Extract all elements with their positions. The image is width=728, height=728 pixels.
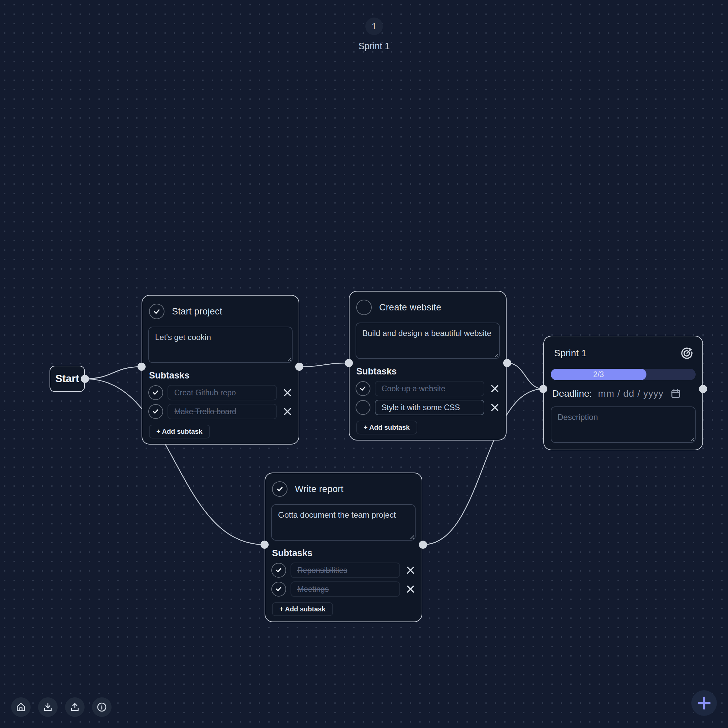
subtask-checkbox[interactable] — [148, 404, 163, 419]
check-icon — [275, 585, 283, 593]
task-complete-checkbox[interactable] — [356, 300, 372, 315]
subtask-input[interactable]: Creat Github repo — [168, 385, 277, 401]
subtask-row: Reponsibilities — [271, 563, 416, 578]
subtask-row: Creat Github repo — [148, 385, 292, 401]
task-title: Start project — [172, 306, 222, 317]
task-description-wrap: Let's get cookin — [148, 327, 292, 363]
task-card-create-website[interactable]: Create website Build and design a beauti… — [349, 291, 506, 440]
task-description-input[interactable]: Build and design a beautiful website — [356, 323, 500, 359]
sprint-indicator-label: Sprint 1 — [324, 41, 425, 52]
info-icon — [96, 702, 107, 713]
home-button[interactable] — [11, 697, 31, 717]
subtask-input[interactable]: Cook up a website — [375, 381, 484, 396]
goal-target-icon[interactable] — [680, 346, 694, 360]
task-complete-checkbox[interactable] — [149, 304, 164, 319]
task-title: Write report — [295, 484, 343, 494]
subtask-input[interactable]: Make Trello board — [168, 404, 277, 419]
check-icon — [151, 388, 159, 396]
connection-handle[interactable] — [419, 541, 427, 549]
connection-handle[interactable] — [138, 362, 145, 371]
sprint-indicator-number: 1 — [372, 21, 376, 32]
subtask-checkbox[interactable] — [356, 381, 370, 396]
delete-subtask-icon[interactable] — [405, 584, 416, 594]
sprint-progress-label: 2/3 — [593, 370, 604, 379]
sprint-indicator-badge[interactable]: 1 — [366, 18, 383, 35]
subtask-checkbox[interactable] — [148, 385, 163, 400]
check-icon — [275, 566, 283, 574]
subtask-input[interactable]: Style it with some CSS — [375, 400, 484, 415]
task-description-input[interactable]: Let's get cookin — [148, 327, 292, 363]
home-icon — [15, 702, 26, 713]
check-icon — [276, 485, 284, 493]
sprint-progress-bar: 2/3 — [551, 369, 696, 380]
subtask-input[interactable]: Meetings — [291, 581, 400, 597]
subtasks-heading: Subtasks — [271, 548, 416, 558]
delete-subtask-icon[interactable] — [283, 407, 292, 417]
connection-handle[interactable] — [503, 359, 511, 367]
sprint-description-input[interactable] — [551, 407, 696, 443]
start-node-label: Start — [55, 373, 79, 385]
sprint-description-wrap — [551, 407, 696, 443]
start-node[interactable]: Start — [49, 366, 85, 392]
calendar-icon[interactable] — [670, 388, 681, 399]
task-description-wrap: Gotta document the team project — [271, 504, 416, 541]
connection-handle[interactable] — [539, 385, 548, 393]
task-card-write-report[interactable]: Write report Gotta document the team pro… — [265, 473, 422, 622]
sprint-progress-fill: 2/3 — [551, 369, 647, 380]
deadline-label: Deadline: — [552, 388, 592, 399]
download-button[interactable] — [38, 697, 58, 717]
delete-subtask-icon[interactable] — [405, 565, 416, 575]
subtask-checkbox[interactable] — [271, 582, 286, 596]
connection-handle[interactable] — [295, 362, 303, 371]
sprint-card[interactable]: Sprint 1 2/3 Deadline: mm / dd / yyyy — [543, 336, 703, 450]
add-node-button[interactable] — [691, 690, 717, 716]
add-subtask-button[interactable]: + Add subtask — [356, 421, 417, 434]
deadline-date-input[interactable]: mm / dd / yyyy — [598, 388, 663, 399]
sprint-title: Sprint 1 — [554, 348, 587, 359]
subtask-input[interactable]: Reponsibilities — [291, 563, 400, 578]
task-description-wrap: Build and design a beautiful website — [356, 323, 500, 359]
task-description-input[interactable]: Gotta document the team project — [271, 504, 416, 541]
edge-startproject-to-createwebsite — [299, 363, 349, 367]
connection-handle[interactable] — [260, 541, 269, 549]
check-icon — [151, 407, 159, 415]
plus-icon — [696, 695, 712, 711]
delete-subtask-icon[interactable] — [490, 402, 500, 413]
upload-icon — [69, 702, 80, 713]
subtask-row: Make Trello board — [148, 404, 292, 419]
task-title: Create website — [379, 302, 441, 313]
add-subtask-button[interactable]: + Add subtask — [272, 602, 333, 616]
download-icon — [43, 702, 53, 713]
check-icon — [359, 385, 367, 392]
upload-button[interactable] — [65, 697, 85, 717]
subtask-row: Meetings — [271, 581, 416, 597]
subtask-row: Cook up a website — [356, 381, 500, 396]
connection-handle[interactable] — [699, 385, 707, 393]
task-card-start-project[interactable]: Start project Let's get cookin Subtasks … — [142, 295, 299, 445]
connection-handle[interactable] — [81, 375, 89, 383]
task-complete-checkbox[interactable] — [272, 481, 288, 497]
edge-createwebsite-to-sprint — [507, 363, 543, 389]
subtask-checkbox[interactable] — [356, 400, 370, 415]
add-subtask-button[interactable]: + Add subtask — [149, 425, 210, 439]
subtask-checkbox[interactable] — [271, 563, 286, 578]
edge-start-to-startproject — [85, 367, 142, 379]
subtask-row: Style it with some CSS — [356, 400, 500, 415]
delete-subtask-icon[interactable] — [283, 388, 292, 398]
subtasks-heading: Subtasks — [148, 370, 292, 381]
subtasks-heading: Subtasks — [356, 366, 500, 377]
delete-subtask-icon[interactable] — [490, 384, 500, 394]
info-button[interactable] — [92, 697, 112, 717]
connection-handle[interactable] — [345, 359, 353, 367]
check-icon — [153, 307, 161, 315]
